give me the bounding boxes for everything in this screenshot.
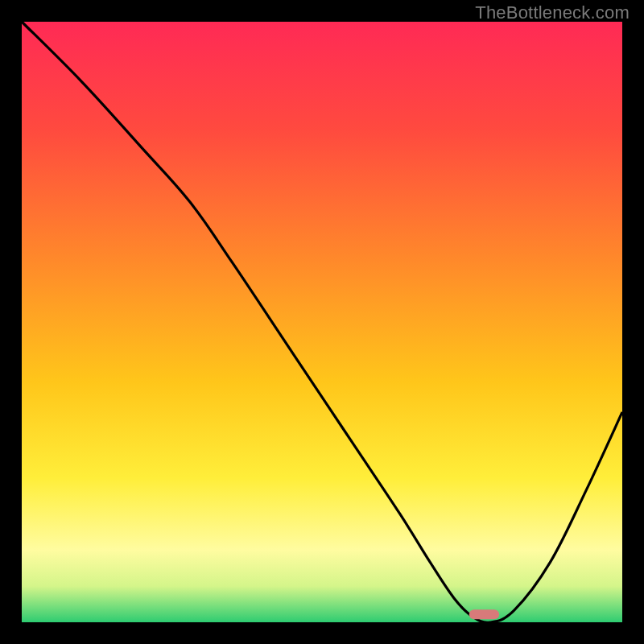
bottleneck-chart xyxy=(0,0,644,644)
watermark-text: TheBottleneck.com xyxy=(475,2,630,23)
optimal-marker xyxy=(469,609,499,619)
plot-background xyxy=(22,22,622,622)
